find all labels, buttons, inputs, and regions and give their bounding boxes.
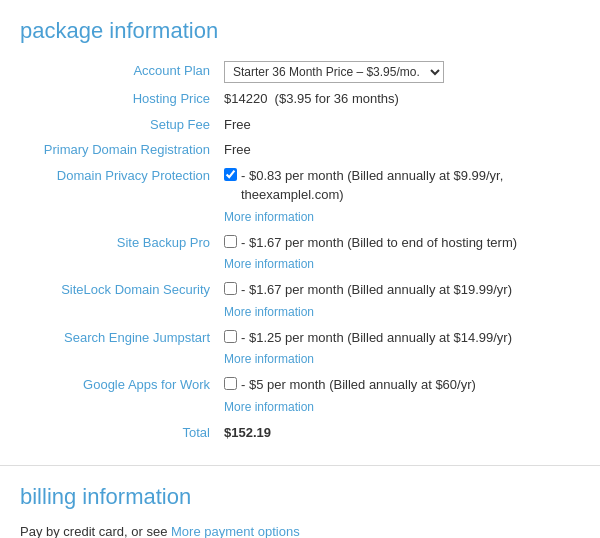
- setup-fee-row: Setup Fee Free: [20, 112, 580, 138]
- domain-privacy-checkbox[interactable]: [224, 168, 237, 181]
- account-plan-row: Account Plan Starter 36 Month Price – $3…: [20, 58, 580, 86]
- package-section: package information Account Plan Starter…: [0, 0, 600, 465]
- domain-privacy-more-row: More information: [20, 208, 580, 230]
- billing-section: billing information Pay by credit card, …: [0, 466, 600, 538]
- sitelock-checkbox[interactable]: [224, 282, 237, 295]
- primary-domain-label: Primary Domain Registration: [20, 137, 220, 163]
- domain-privacy-label: Domain Privacy Protection: [20, 163, 220, 208]
- search-engine-checkbox[interactable]: [224, 330, 237, 343]
- site-backup-label: Site Backup Pro: [20, 230, 220, 256]
- package-table: Account Plan Starter 36 Month Price – $3…: [20, 58, 580, 445]
- domain-privacy-text: - $0.83 per month (Billed annually at $9…: [241, 166, 576, 205]
- total-row: Total $152.19: [20, 420, 580, 446]
- package-title: package information: [20, 18, 580, 44]
- billing-subtitle-text: Pay by credit card, or see: [20, 524, 171, 538]
- total-value: $152.19: [220, 420, 580, 446]
- account-plan-value: Starter 36 Month Price – $3.95/mo.: [220, 58, 580, 86]
- primary-domain-value: Free: [220, 137, 580, 163]
- site-backup-text: - $1.67 per month (Billed to end of host…: [241, 233, 517, 253]
- sitelock-more-link[interactable]: More information: [224, 303, 576, 321]
- search-engine-text: - $1.25 per month (Billed annually at $1…: [241, 328, 512, 348]
- google-apps-checkbox[interactable]: [224, 377, 237, 390]
- domain-privacy-more-link[interactable]: More information: [224, 208, 576, 226]
- site-backup-row: Site Backup Pro - $1.67 per month (Bille…: [20, 230, 580, 256]
- setup-fee-label: Setup Fee: [20, 112, 220, 138]
- google-apps-value: - $5 per month (Billed annually at $60/y…: [220, 372, 580, 398]
- primary-domain-row: Primary Domain Registration Free: [20, 137, 580, 163]
- hosting-price-row: Hosting Price $14220 ($3.95 for 36 month…: [20, 86, 580, 112]
- site-backup-value: - $1.67 per month (Billed to end of host…: [220, 230, 580, 256]
- setup-fee-value: Free: [220, 112, 580, 138]
- site-backup-more-link[interactable]: More information: [224, 255, 576, 273]
- billing-subtitle: Pay by credit card, or see More payment …: [20, 524, 580, 538]
- sitelock-text: - $1.67 per month (Billed annually at $1…: [241, 280, 512, 300]
- google-apps-row: Google Apps for Work - $5 per month (Bil…: [20, 372, 580, 398]
- more-payment-link[interactable]: More payment options: [171, 524, 300, 538]
- google-apps-label: Google Apps for Work: [20, 372, 220, 398]
- billing-title: billing information: [20, 484, 580, 510]
- google-apps-text: - $5 per month (Billed annually at $60/y…: [241, 375, 476, 395]
- sitelock-more-row: More information: [20, 303, 580, 325]
- search-engine-label: Search Engine Jumpstart: [20, 325, 220, 351]
- hosting-price-value: $14220 ($3.95 for 36 months): [220, 86, 580, 112]
- search-engine-value: - $1.25 per month (Billed annually at $1…: [220, 325, 580, 351]
- google-apps-more-link[interactable]: More information: [224, 398, 576, 416]
- domain-privacy-value: - $0.83 per month (Billed annually at $9…: [220, 163, 580, 208]
- google-apps-more-row: More information: [20, 398, 580, 420]
- domain-privacy-row: Domain Privacy Protection - $0.83 per mo…: [20, 163, 580, 208]
- sitelock-label: SiteLock Domain Security: [20, 277, 220, 303]
- search-engine-more-row: More information: [20, 350, 580, 372]
- total-label: Total: [20, 420, 220, 446]
- search-engine-more-link[interactable]: More information: [224, 350, 576, 368]
- account-plan-select[interactable]: Starter 36 Month Price – $3.95/mo.: [224, 61, 444, 83]
- sitelock-row: SiteLock Domain Security - $1.67 per mon…: [20, 277, 580, 303]
- site-backup-checkbox[interactable]: [224, 235, 237, 248]
- account-plan-label: Account Plan: [20, 58, 220, 86]
- search-engine-row: Search Engine Jumpstart - $1.25 per mont…: [20, 325, 580, 351]
- sitelock-value: - $1.67 per month (Billed annually at $1…: [220, 277, 580, 303]
- site-backup-more-row: More information: [20, 255, 580, 277]
- hosting-price-label: Hosting Price: [20, 86, 220, 112]
